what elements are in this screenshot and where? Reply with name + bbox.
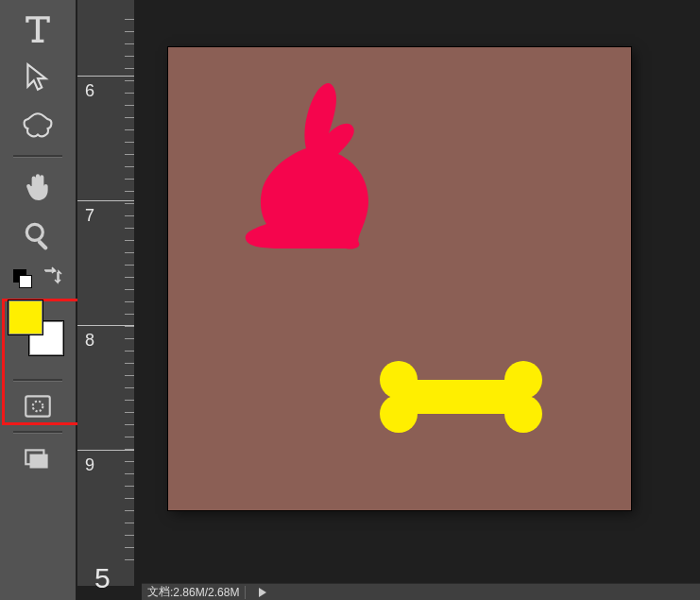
ruler-tick-minor — [125, 535, 134, 536]
ruler-tick-minor — [125, 363, 134, 364]
color-swatch-area — [0, 262, 76, 379]
ruler-tick-minor — [125, 142, 134, 143]
ruler-tick-minor — [125, 252, 134, 253]
ruler-tick-minor — [125, 375, 134, 376]
svg-rect-10 — [397, 380, 525, 414]
path-selection-tool[interactable] — [14, 55, 61, 100]
ruler-tick-minor — [125, 191, 134, 192]
status-bar: 文档 :2.86M/2.68M — [142, 583, 700, 600]
swap-colors-button[interactable] — [42, 266, 62, 290]
quick-mask-toggle[interactable] — [14, 387, 61, 425]
ruler-tick-minor — [125, 510, 134, 511]
status-doc-size: :2.86M/2.68M — [170, 586, 239, 599]
ruler-tick-minor — [125, 31, 134, 32]
ruler-tick-minor — [125, 56, 134, 57]
ruler-tick-minor — [125, 400, 134, 401]
ruler-tick-minor — [125, 93, 134, 94]
ruler-tick-minor — [125, 314, 134, 315]
ruler-tick-minor — [125, 547, 134, 548]
bone-shape — [376, 359, 546, 435]
ruler-tick-minor — [125, 166, 134, 167]
ruler-tick-minor — [125, 228, 134, 229]
ruler-tick-minor — [125, 473, 134, 474]
svg-point-3 — [33, 402, 43, 412]
status-separator — [245, 586, 246, 599]
ruler-tick-label: 7 — [85, 206, 94, 226]
screen-mode-button[interactable] — [14, 439, 61, 481]
tools-panel — [0, 0, 76, 600]
ruler-tick-minor — [125, 68, 134, 69]
ruler-tick-minor — [125, 523, 134, 523]
ruler-tick-minor — [125, 301, 134, 302]
svg-rect-4 — [30, 454, 48, 469]
ruler-tick-minor — [125, 117, 134, 118]
ruler-tick-minor — [125, 105, 134, 106]
ruler-tick-minor — [125, 326, 134, 327]
foreground-color-swatch[interactable] — [8, 300, 43, 335]
document-canvas[interactable] — [168, 47, 631, 510]
svg-rect-1 — [37, 239, 48, 250]
vertical-ruler: 6 7 8 9 — [77, 0, 134, 586]
toolbar-divider — [13, 431, 62, 434]
ruler-tick-minor — [125, 289, 134, 290]
toolbar-divider — [13, 155, 62, 158]
ruler-tick-minor — [125, 424, 134, 425]
app-root: 6 7 8 9 5 文档 — [0, 0, 700, 600]
type-tool[interactable] — [14, 6, 61, 51]
ruler-tick-minor — [125, 277, 134, 278]
ruler-tick-minor — [125, 498, 134, 499]
ruler-tick-label: 6 — [85, 81, 94, 101]
ruler-tick-minor — [125, 215, 134, 216]
hand-tool[interactable] — [14, 163, 61, 209]
ruler-tick-label: 9 — [85, 455, 94, 475]
ruler-tick-minor — [125, 154, 134, 155]
ruler-tick-minor — [125, 412, 134, 413]
ruler-tick-minor — [125, 449, 134, 450]
ruler-tick-minor — [125, 265, 134, 266]
svg-rect-2 — [26, 396, 50, 416]
ruler-tick-label: 5 — [94, 562, 111, 594]
custom-shape-tool[interactable] — [14, 104, 61, 149]
ruler-tick-minor — [125, 486, 134, 487]
ruler-tick-minor — [125, 129, 134, 130]
svg-point-0 — [26, 224, 43, 240]
color-controls — [9, 266, 66, 290]
zoom-tool[interactable] — [14, 213, 61, 258]
ruler-tick-minor — [125, 19, 134, 20]
status-play-icon[interactable] — [259, 588, 266, 597]
ruler-tick-minor — [125, 240, 134, 241]
ruler-tick-minor — [125, 559, 134, 560]
ruler-tick-minor — [125, 338, 134, 339]
rabbit-shape — [244, 80, 385, 250]
toolbar-divider — [13, 379, 62, 382]
ruler-tick-minor — [125, 203, 134, 204]
ruler-tick-minor — [125, 351, 134, 351]
ruler-tick-minor — [125, 387, 134, 388]
ruler-tick-minor — [125, 43, 134, 44]
ruler-tick-minor — [125, 179, 134, 180]
ruler-tick-minor — [125, 461, 134, 462]
status-doc-label: 文档 — [147, 584, 170, 600]
ruler-tick-label: 8 — [85, 331, 94, 351]
ruler-tick-minor — [125, 437, 134, 437]
ruler-tick-minor — [125, 80, 134, 81]
